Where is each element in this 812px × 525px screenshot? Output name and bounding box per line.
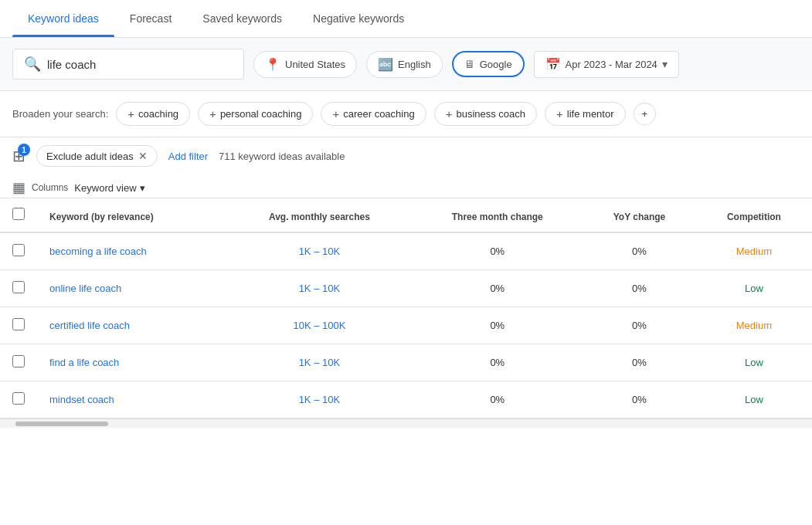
competition-cell: Medium — [696, 307, 812, 344]
competition-cell: Low — [696, 344, 812, 381]
tab-saved-keywords[interactable]: Saved keywords — [187, 0, 297, 37]
toolbar-row: ⊞ 1 Exclude adult ideas ✕ Add filter 711… — [0, 137, 812, 174]
row-checkbox-cell — [0, 232, 37, 270]
keyword-view-button[interactable]: Keyword view ▾ — [74, 182, 144, 194]
avg-monthly-cell: 1K – 10K — [226, 344, 412, 381]
row-checkbox[interactable] — [12, 281, 25, 293]
columns-row: ▦ Columns Keyword view ▾ — [0, 174, 812, 198]
row-checkbox-cell — [0, 381, 37, 418]
competition-cell: Low — [696, 381, 812, 418]
yoy-cell: 0% — [583, 307, 696, 344]
table-row: certified life coach 10K – 100K 0% 0% Me… — [0, 307, 812, 344]
chevron-down-icon: ▾ — [662, 58, 668, 70]
keyword-cell[interactable]: certified life coach — [37, 307, 226, 344]
table-row: online life coach 1K – 10K 0% 0% Low — [0, 270, 812, 307]
calendar-icon: 📅 — [545, 57, 561, 72]
broaden-tag-coaching[interactable]: + coaching — [116, 102, 190, 126]
three-month-cell: 0% — [412, 270, 583, 307]
columns-icon[interactable]: ▦ — [12, 179, 25, 196]
tag-label: personal coaching — [220, 108, 302, 120]
three-month-cell: 0% — [412, 344, 583, 381]
ideas-count: 711 keyword ideas available — [219, 151, 345, 162]
tab-keyword-ideas[interactable]: Keyword ideas — [12, 0, 114, 37]
broaden-row: Broaden your search: + coaching + person… — [0, 91, 812, 137]
horizontal-scrollbar[interactable] — [0, 418, 812, 428]
broaden-tag-personal-coaching[interactable]: + personal coaching — [198, 102, 313, 126]
keyword-table-wrap: Keyword (by relevance) Avg. monthly sear… — [0, 198, 812, 418]
row-checkbox-cell — [0, 270, 37, 307]
tag-label: career coaching — [343, 108, 415, 120]
table-row: becoming a life coach 1K – 10K 0% 0% Med… — [0, 232, 812, 270]
language-filter[interactable]: 🔤 English — [366, 51, 443, 78]
select-all-checkbox[interactable] — [12, 208, 25, 220]
tab-bar: Keyword ideas Forecast Saved keywords Ne… — [0, 0, 812, 38]
tag-label: coaching — [138, 108, 178, 120]
exclude-label: Exclude adult ideas — [46, 151, 134, 162]
date-range-filter[interactable]: 📅 Apr 2023 - Mar 2024 ▾ — [534, 51, 679, 78]
tab-negative-keywords[interactable]: Negative keywords — [297, 0, 420, 37]
location-icon: 📍 — [265, 57, 280, 72]
header-yoy: YoY change — [583, 198, 696, 232]
filter-badge: 1 — [18, 144, 30, 156]
yoy-cell: 0% — [583, 344, 696, 381]
row-checkbox-cell — [0, 307, 37, 344]
filter-icon-wrap: ⊞ 1 — [12, 147, 25, 165]
plus-icon: + — [556, 107, 563, 120]
three-month-cell: 0% — [412, 307, 583, 344]
header-avg-monthly: Avg. monthly searches — [226, 198, 412, 232]
yoy-cell: 0% — [583, 381, 696, 418]
row-checkbox[interactable] — [12, 392, 25, 405]
language-icon: 🔤 — [378, 57, 393, 72]
tag-label: life mentor — [567, 108, 614, 120]
row-checkbox[interactable] — [12, 318, 25, 330]
exclude-adult-pill[interactable]: Exclude adult ideas ✕ — [36, 145, 158, 167]
row-checkbox[interactable] — [12, 355, 25, 368]
platform-filter[interactable]: 🖥 Google — [452, 51, 525, 77]
close-icon[interactable]: ✕ — [138, 150, 148, 162]
broaden-more-button[interactable]: + — [634, 103, 657, 125]
location-filter[interactable]: 📍 United States — [253, 51, 357, 78]
language-label: English — [398, 59, 431, 70]
avg-monthly-cell: 1K – 10K — [226, 270, 412, 307]
search-row: 🔍 📍 United States 🔤 English 🖥 Google 📅 A… — [0, 38, 812, 91]
platform-label: Google — [480, 59, 512, 70]
plus-icon: + — [209, 107, 216, 120]
search-input[interactable] — [47, 58, 217, 71]
google-icon: 🖥 — [464, 58, 475, 70]
row-checkbox-cell — [0, 344, 37, 381]
keyword-table: Keyword (by relevance) Avg. monthly sear… — [0, 198, 812, 418]
table-row: mindset coach 1K – 10K 0% 0% Low — [0, 381, 812, 418]
search-box[interactable]: 🔍 — [12, 49, 244, 80]
table-row: find a life coach 1K – 10K 0% 0% Low — [0, 344, 812, 381]
chevron-down-icon: ▾ — [140, 182, 145, 194]
avg-monthly-cell: 10K – 100K — [226, 307, 412, 344]
plus-icon: + — [332, 107, 339, 120]
broaden-tag-career-coaching[interactable]: + career coaching — [321, 102, 426, 126]
three-month-cell: 0% — [412, 381, 583, 418]
scrollbar-thumb[interactable] — [15, 422, 108, 426]
avg-monthly-cell: 1K – 10K — [226, 381, 412, 418]
add-filter-button[interactable]: Add filter — [168, 151, 208, 162]
keyword-cell[interactable]: online life coach — [37, 270, 226, 307]
header-keyword: Keyword (by relevance) — [37, 198, 226, 232]
plus-icon: + — [127, 107, 134, 120]
header-competition: Competition — [696, 198, 812, 232]
keyword-cell[interactable]: mindset coach — [37, 381, 226, 418]
location-label: United States — [285, 59, 345, 70]
tab-forecast[interactable]: Forecast — [114, 0, 187, 37]
broaden-tag-life-mentor[interactable]: + life mentor — [545, 102, 625, 126]
broaden-tag-business-coach[interactable]: + business coach — [434, 102, 537, 126]
row-checkbox[interactable] — [12, 244, 25, 256]
yoy-cell: 0% — [583, 232, 696, 270]
date-range-label: Apr 2023 - Mar 2024 — [566, 59, 657, 70]
columns-label[interactable]: Columns — [32, 182, 68, 193]
keyword-cell[interactable]: becoming a life coach — [37, 232, 226, 270]
three-month-cell: 0% — [412, 232, 583, 270]
header-checkbox-cell — [0, 198, 37, 232]
broaden-label: Broaden your search: — [12, 108, 108, 120]
keyword-cell[interactable]: find a life coach — [37, 344, 226, 381]
plus-icon: + — [446, 107, 453, 120]
competition-cell: Low — [696, 270, 812, 307]
yoy-cell: 0% — [583, 270, 696, 307]
search-icon: 🔍 — [24, 56, 41, 73]
